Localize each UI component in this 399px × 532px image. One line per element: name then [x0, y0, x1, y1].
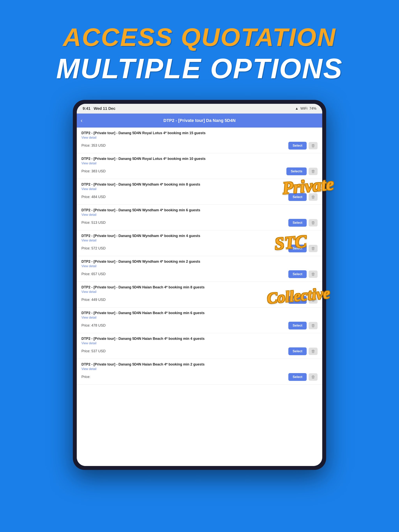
tour-actions: Select: [288, 322, 318, 329]
tour-view-detail[interactable]: View detail: [81, 342, 318, 345]
tour-view-detail[interactable]: View detail: [81, 239, 318, 242]
content-area: DTP2 - [Private tour] - Danang 5D4N Roya…: [77, 127, 322, 466]
tour-actions: Select: [288, 347, 318, 355]
tour-actions: Select: [288, 373, 318, 381]
tour-price: Price: 513 USD: [81, 221, 106, 225]
tour-actions: Select: [288, 219, 318, 227]
tour-view-detail[interactable]: View detail: [81, 367, 318, 371]
tour-actions: Select: [288, 142, 318, 150]
status-bar: 9:41 Wed 11 Dec ▲ WiFi 74%: [77, 104, 322, 114]
tour-view-detail[interactable]: View detail: [81, 136, 318, 139]
back-button[interactable]: ‹: [81, 117, 82, 124]
tour-actions: Select: [288, 245, 318, 252]
tablet-container: Private STC Collective 9:41 Wed 11 Dec ▲…: [73, 100, 326, 470]
tour-view-detail[interactable]: View detail: [81, 316, 318, 319]
delete-button[interactable]: [309, 219, 318, 227]
tour-price: Price: 572 USD: [81, 246, 106, 250]
select-button[interactable]: Select: [288, 193, 307, 201]
select-button[interactable]: Select: [288, 322, 307, 329]
select-button[interactable]: Select: [288, 219, 307, 227]
select-button[interactable]: Select: [288, 296, 307, 304]
delete-button[interactable]: [309, 168, 318, 175]
tour-price: Price: 484 USD: [81, 195, 106, 199]
tour-name: DTP2 - [Private tour] - Danang 5D4N Wynd…: [81, 234, 318, 238]
tour-item: DTP2 - [Private tour] - Danang 5D4N Wynd…: [77, 230, 322, 256]
tour-actions: Select: [288, 270, 318, 278]
tour-item: DTP2 - [Private tour] - Danang 5D4N Roya…: [77, 153, 322, 179]
delete-button[interactable]: [309, 193, 318, 201]
tour-price-row: Price: 383 USD Selects: [81, 167, 318, 175]
select-button[interactable]: Select: [288, 347, 307, 355]
tour-price: Price: 478 USD: [81, 323, 106, 328]
tour-item: DTP2 - [Private tour] - Danang 5D4N Haia…: [77, 359, 322, 385]
tour-actions: Selects: [286, 167, 318, 175]
tour-view-detail[interactable]: View detail: [81, 213, 318, 216]
battery-icon: 74%: [309, 107, 316, 111]
tour-price: Price:: [81, 375, 90, 379]
tour-name: DTP2 - [Private tour] - Danang 5D4N Wynd…: [81, 260, 318, 264]
tour-name: DTP2 - [Private tour] - Danang 5D4N Roya…: [81, 157, 318, 161]
tour-item: DTP2 - [Private tour] - Danang 5D4N Wynd…: [77, 179, 322, 205]
signal-icon: WiFi: [300, 107, 308, 111]
hero-section: ACCESS QUOTATION MULTIPLE OPTIONS: [56, 23, 343, 84]
app-header: ‹ DTP2 - [Private tour] Da Nang 5D4N: [77, 114, 322, 127]
tour-view-detail[interactable]: View detail: [81, 162, 318, 165]
tour-price: Price: 537 USD: [81, 349, 106, 353]
tour-name: DTP2 - [Private tour] - Danang 5D4N Haia…: [81, 311, 318, 315]
status-time: 9:41 Wed 11 Dec: [83, 106, 116, 111]
tour-price-row: Price: 484 USD Select: [81, 193, 318, 201]
tour-item: DTP2 - [Private tour] - Danang 5D4N Haia…: [77, 333, 322, 359]
tour-list: DTP2 - [Private tour] - Danang 5D4N Roya…: [77, 127, 322, 466]
delete-button[interactable]: [309, 142, 318, 149]
tour-price-row: Price: 572 USD Select: [81, 245, 318, 252]
tour-price-row: Price: 478 USD Select: [81, 322, 318, 329]
tour-item: DTP2 - [Private tour] - Danang 5D4N Wynd…: [77, 256, 322, 282]
tour-price-row: Price: 513 USD Select: [81, 219, 318, 227]
hero-title-line1: ACCESS QUOTATION: [63, 23, 336, 51]
tour-actions: Select: [288, 193, 318, 201]
delete-button[interactable]: [309, 322, 318, 329]
tour-price-row: Price: 449 USD Select: [81, 296, 318, 304]
tour-price: Price: 657 USD: [81, 272, 106, 276]
hero-title-line2: MULTIPLE OPTIONS: [56, 53, 343, 84]
delete-button[interactable]: [309, 373, 318, 381]
select-button[interactable]: Select: [288, 142, 307, 150]
tour-price-row: Price: 657 USD Select: [81, 270, 318, 278]
delete-button[interactable]: [309, 296, 318, 304]
tour-price: Price: 449 USD: [81, 298, 106, 302]
tour-price: Price: 353 USD: [81, 144, 106, 148]
tour-name: DTP2 - [Private tour] - Danang 5D4N Haia…: [81, 285, 318, 289]
select-button[interactable]: Select: [288, 270, 307, 278]
delete-button[interactable]: [309, 245, 318, 252]
tour-name: DTP2 - [Private tour] - Danang 5D4N Wynd…: [81, 183, 318, 187]
tablet-screen: 9:41 Wed 11 Dec ▲ WiFi 74% ‹ DTP2 - [Pri…: [77, 104, 322, 466]
status-icons: ▲ WiFi 74%: [295, 107, 316, 111]
tour-view-detail[interactable]: View detail: [81, 187, 318, 191]
tour-item: DTP2 - [Private tour] - Danang 5D4N Haia…: [77, 282, 322, 307]
select-button[interactable]: Select: [288, 245, 307, 252]
wifi-icon: ▲: [295, 107, 298, 111]
app-header-title: DTP2 - [Private tour] Da Nang 5D4N: [163, 118, 236, 123]
tour-item: DTP2 - [Private tour] - Danang 5D4N Roya…: [77, 127, 322, 153]
select-button[interactable]: Select: [288, 373, 307, 381]
delete-button[interactable]: [309, 348, 318, 355]
tour-price-row: Price: 537 USD Select: [81, 347, 318, 355]
select-button[interactable]: Selects: [286, 167, 307, 175]
tour-view-detail[interactable]: View detail: [81, 265, 318, 268]
tour-actions: Select: [288, 296, 318, 304]
tour-item: DTP2 - [Private tour] - Danang 5D4N Wynd…: [77, 205, 322, 230]
tour-name: DTP2 - [Private tour] - Danang 5D4N Haia…: [81, 362, 318, 367]
tour-price-row: Price: Select: [81, 373, 318, 381]
tour-name: DTP2 - [Private tour] - Danang 5D4N Wynd…: [81, 208, 318, 212]
tour-price-row: Price: 353 USD Select: [81, 142, 318, 150]
tour-price: Price: 383 USD: [81, 169, 106, 173]
tour-name: DTP2 - [Private tour] - Danang 5D4N Roya…: [81, 131, 318, 135]
delete-button[interactable]: [309, 271, 318, 278]
tour-view-detail[interactable]: View detail: [81, 290, 318, 294]
tour-item: DTP2 - [Private tour] - Danang 5D4N Haia…: [77, 307, 322, 333]
tour-name: DTP2 - [Private tour] - Danang 5D4N Haia…: [81, 337, 318, 341]
